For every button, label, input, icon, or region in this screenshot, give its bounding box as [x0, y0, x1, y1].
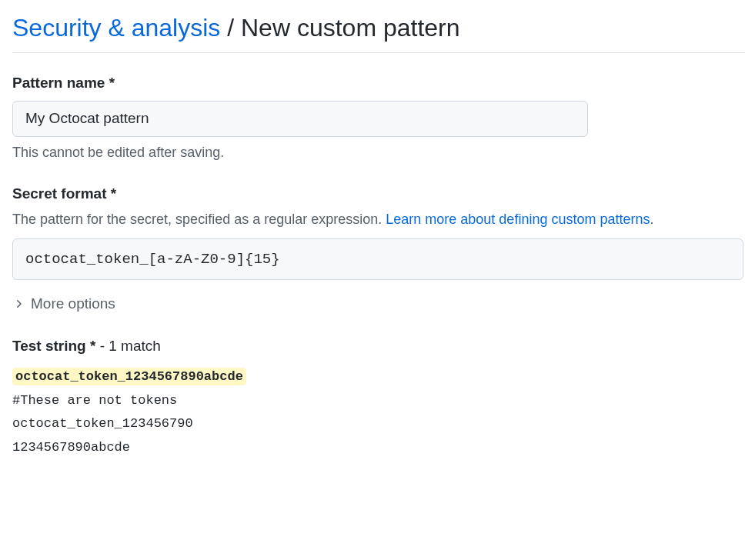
- chevron-right-icon: [12, 298, 25, 310]
- pattern-name-section: Pattern name * This cannot be edited aft…: [12, 75, 745, 161]
- test-line: octocat_token_1234567890abcde: [12, 365, 745, 389]
- breadcrumb-link-security[interactable]: Security & analysis: [12, 14, 220, 42]
- test-string-section: Test string * - 1 match octocat_token_12…: [12, 338, 745, 459]
- more-options-label: More options: [31, 295, 115, 312]
- secret-format-description-text: The pattern for the secret, specified as…: [12, 212, 386, 227]
- secret-format-input[interactable]: [12, 238, 743, 281]
- breadcrumb-separator: /: [220, 14, 241, 42]
- pattern-name-input[interactable]: [12, 101, 588, 137]
- test-string-label-prefix: Test string *: [12, 338, 95, 354]
- breadcrumb: Security & analysis / New custom pattern: [12, 12, 745, 43]
- secret-format-section: Secret format * The pattern for the secr…: [12, 185, 745, 314]
- secret-format-description: The pattern for the secret, specified as…: [12, 212, 745, 228]
- test-line: octocat_token_123456790: [12, 412, 745, 436]
- test-string-content[interactable]: octocat_token_1234567890abcde#These are …: [12, 365, 745, 459]
- more-options-toggle[interactable]: More options: [12, 295, 115, 312]
- test-line: #These are not tokens: [12, 389, 745, 413]
- test-line: 1234567890abcde: [12, 436, 745, 460]
- secret-format-label: Secret format *: [12, 185, 745, 202]
- matched-token: octocat_token_1234567890abcde: [12, 368, 246, 385]
- pattern-name-helper: This cannot be edited after saving.: [12, 145, 745, 161]
- pattern-name-label: Pattern name *: [12, 75, 745, 92]
- test-string-label: Test string * - 1 match: [12, 338, 745, 355]
- page-header: Security & analysis / New custom pattern: [12, 12, 745, 53]
- learn-more-link[interactable]: Learn more about defining custom pattern…: [386, 212, 650, 227]
- test-string-match-count: - 1 match: [95, 338, 160, 354]
- breadcrumb-current: New custom pattern: [241, 14, 460, 42]
- secret-format-description-suffix: .: [650, 212, 653, 227]
